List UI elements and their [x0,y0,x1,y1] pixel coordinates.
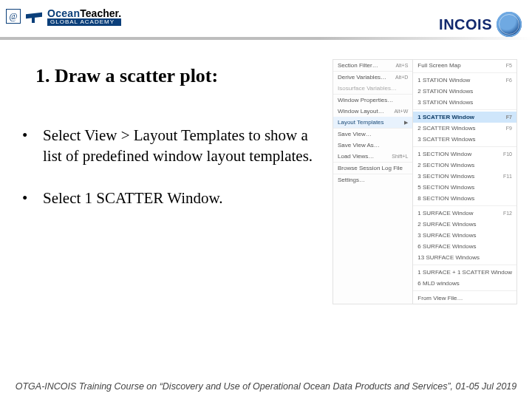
menu-item[interactable]: Derive Variables…Alt+D [333,71,412,83]
menu-item-label: Save View As… [338,142,380,149]
submenu-item-shortcut: F5 [506,63,512,68]
bullet-item: Select 1 SCATTER Window. [18,188,313,209]
main-menu: Section Filter…Alt+SDerive Variables…Alt… [332,59,413,304]
submenu-item-label: 1 SURFACE Window [417,210,473,216]
incois-logo: INCOIS [439,12,522,37]
submenu-item[interactable]: 2 SECTION Windows [413,160,516,171]
menu-separator [413,290,516,291]
menu-separator [413,72,516,73]
menu-item-shortcut: Alt+S [395,63,408,68]
menu-screenshot: Section Filter…Alt+SDerive Variables…Alt… [332,59,517,304]
menu-separator [413,109,516,110]
submenu-item[interactable]: From View File… [413,293,516,304]
submenu-item-shortcut: F12 [503,211,512,216]
submenu-item[interactable]: 3 STATION Windows [413,97,516,108]
submenu-item-label: 6 MLD windows [417,280,459,287]
menu-separator [413,146,516,147]
footer-text: OTGA-INCOIS Training Course on “Discover… [0,381,532,392]
submenu-item-shortcut: F9 [506,126,512,131]
oceanteacher-logo: @ OceanTeacher. GLOBAL ACADEMY [6,7,121,26]
submenu-item[interactable]: 1 SURFACE + 1 SCATTER Window [413,267,516,278]
submenu-item-label: Full Screen Map [417,62,460,69]
submenu-item-shortcut: F7 [506,115,512,120]
slide-title: 1. Draw a scatter plot: [35,65,218,87]
submenu-item[interactable]: 1 SECTION WindowF10 [413,149,516,160]
menu-item-label: Layout Templates [338,119,384,126]
menu-item[interactable]: Save View As… [333,140,412,151]
menu-separator [413,265,516,265]
submenu-item-label: From View File… [417,295,463,301]
submenu-item[interactable]: 6 MLD windows [413,278,516,289]
submenu-item[interactable]: 6 SURFACE Windows [413,241,516,252]
submenu-item-label: 5 SECTION Windows [417,184,474,191]
submenu-item-label: 2 SURFACE Windows [417,221,476,228]
submenu-item-label: 8 SECTION Windows [417,195,474,202]
menu-item-label: Window Properties… [338,97,393,103]
menu-item-shortcut: Alt+W [394,109,408,114]
header-rule [0,37,532,40]
submenu-item-shortcut: F11 [503,174,512,179]
submenu-item[interactable]: 5 SECTION Windows [413,182,516,193]
submenu-item[interactable]: 3 SCATTER Windows [413,134,516,145]
menu-item[interactable]: Window Layout…Alt+W [333,106,412,117]
submenu-item[interactable]: 2 STATION Windows [413,86,516,97]
globe-icon [497,12,522,37]
submenu-item-label: 13 SURFACE Windows [417,254,480,261]
submenu-item[interactable]: 3 SURFACE Windows [413,230,516,241]
menu-item[interactable]: Layout Templates▶ [333,117,412,128]
menu-item[interactable]: Save View… [333,128,412,140]
submenu-item-label: 3 STATION Windows [417,99,473,106]
menu-item[interactable]: Isosurface Variables… [333,83,412,94]
submenu-item-label: 3 SCATTER Windows [417,136,475,143]
menu-item-shortcut: Shift+L [392,154,408,159]
bullet-item: Select View > Layout Templates to show a… [18,126,313,166]
submenu-item[interactable]: 1 SCATTER WindowF7 [413,112,516,123]
menu-item[interactable]: Load Views…Shift+L [333,151,412,162]
submenu-item-label: 2 SECTION Windows [417,162,474,168]
menu-item-label: Window Layout… [338,108,384,115]
menu-item-label: Derive Variables… [338,74,386,81]
submenu-item-label: 3 SECTION Windows [417,173,474,180]
submenu-item[interactable]: 2 SCATTER WindowsF9 [413,123,516,134]
submenu-item-shortcut: F6 [506,78,512,83]
submenu-item[interactable]: 13 SURFACE Windows [413,252,516,263]
bullet-list: Select View > Layout Templates to show a… [18,126,313,231]
submenu-item[interactable]: 1 STATION WindowF6 [413,75,516,86]
submenu-item[interactable]: Full Screen MapF5 [413,60,516,71]
at-badge: @ [6,9,21,24]
submenu-item-label: 3 SURFACE Windows [417,232,476,239]
submenu-item-label: 1 STATION Window [417,77,470,83]
submenu-item-label: 6 SURFACE Windows [417,243,476,250]
incois-label: INCOIS [439,16,492,33]
submenu-item-label: 1 SECTION Window [417,151,471,157]
menu-item-label: Save View… [338,131,372,137]
submenu-item-shortcut: F10 [503,151,512,157]
menu-item[interactable]: Browse Session Log File [333,162,412,174]
menu-item-label: Section Filter… [338,62,378,69]
menu-item[interactable]: Section Filter…Alt+S [333,60,412,71]
cap-icon [24,8,44,24]
menu-item-label: Browse Session Log File [338,165,403,171]
menu-item[interactable]: Window Properties… [333,94,412,106]
menu-item-label: Settings… [338,177,365,183]
submenu-item[interactable]: 1 SURFACE WindowF12 [413,208,516,219]
submenu-item-label: 1 SCATTER Window [417,114,474,120]
submenu-item[interactable]: 8 SECTION Windows [413,193,516,204]
chevron-right-icon: ▶ [404,120,408,126]
submenu-item-label: 2 SCATTER Windows [417,125,475,132]
logo-ocean: Ocean [47,7,80,19]
submenu-item[interactable]: 2 SURFACE Windows [413,219,516,230]
menu-item[interactable]: Settings… [333,174,412,185]
menu-item-shortcut: Alt+D [395,75,408,80]
oceanteacher-text: OceanTeacher. GLOBAL ACADEMY [47,7,121,26]
slide: @ OceanTeacher. GLOBAL ACADEMY INCOIS 1.… [0,0,532,399]
submenu-item[interactable]: 3 SECTION WindowsF11 [413,171,516,182]
menu-separator [413,205,516,206]
logo-sub: GLOBAL ACADEMY [47,18,121,26]
submenu-item-label: 2 STATION Windows [417,88,473,95]
submenu-layout-templates: Full Screen MapF51 STATION WindowF62 STA… [413,59,517,304]
logo-teacher: Teacher. [80,7,121,19]
menu-item-label: Load Views… [338,153,374,160]
menu-item-label: Isosurface Variables… [338,85,397,92]
submenu-item-label: 1 SURFACE + 1 SCATTER Window [417,269,512,276]
